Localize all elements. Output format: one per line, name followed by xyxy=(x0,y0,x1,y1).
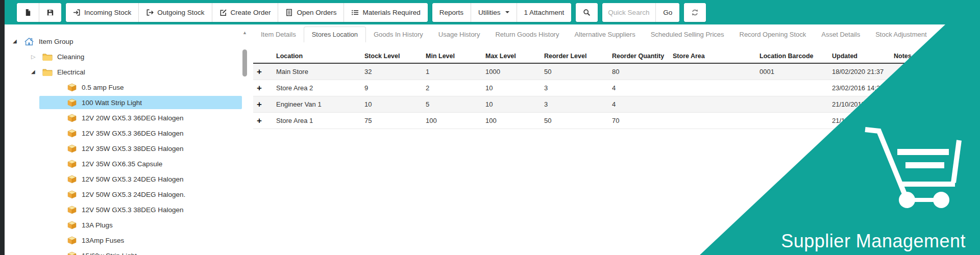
package-icon xyxy=(67,83,77,92)
table-row[interactable]: + Main Store 32 1 1000 50 80 0001 18/02/… xyxy=(253,64,980,80)
tree-item[interactable]: 12V 35W GX6.35 Capsule xyxy=(5,156,250,171)
reports-button[interactable]: Reports xyxy=(432,3,471,22)
scrollbar-up-arrow-icon[interactable]: ▲ xyxy=(241,29,249,37)
table-cell: 9 xyxy=(364,84,426,92)
tree-item[interactable]: 12V 35W GX5.3 36DEG Halogen xyxy=(5,125,250,141)
table-cell: Store Area 1 xyxy=(276,117,364,124)
expand-row-plus-icon[interactable]: + xyxy=(253,84,276,92)
column-header: Max Level xyxy=(485,53,544,60)
button-label: Materials Required xyxy=(362,9,420,16)
tree-item-selected[interactable]: 100 Watt Strip Light xyxy=(5,95,250,110)
table-cell: 75 xyxy=(364,117,426,124)
tree-item-label: 100 Watt Strip Light xyxy=(82,99,142,107)
column-header: Reorder Level xyxy=(544,53,612,60)
attachment-button[interactable]: 1 Attachment xyxy=(517,3,572,22)
tree-item[interactable]: 12V 35W GX5.3 38DEG Halogen xyxy=(5,141,250,156)
table-cell: 50 xyxy=(544,68,612,75)
table-cell: Store Area 2 xyxy=(276,84,364,92)
button-label: Outgoing Stock xyxy=(157,9,204,16)
tree-item-electrical[interactable]: ◢ Electrical xyxy=(5,64,250,80)
banner-title: Supplier Management xyxy=(781,231,966,252)
home-icon xyxy=(24,37,34,46)
package-icon xyxy=(67,144,77,153)
tree-item-label: 13Amp Fuses xyxy=(82,237,124,244)
tab-stores-location[interactable]: Stores Location xyxy=(304,27,366,42)
collapsed-caret-icon[interactable]: ▷ xyxy=(31,54,39,60)
package-icon xyxy=(67,129,77,138)
tab-usage-history[interactable]: Usage History xyxy=(431,27,488,42)
search-button[interactable] xyxy=(576,3,598,22)
new-button[interactable] xyxy=(17,3,39,22)
expand-row-plus-icon[interactable]: + xyxy=(253,100,276,109)
tree-item[interactable]: 0.5 amp Fuse xyxy=(5,80,250,95)
package-icon xyxy=(67,206,77,214)
scrollbar-thumb[interactable] xyxy=(242,49,247,76)
package-icon xyxy=(67,175,77,184)
tree-item-partial[interactable]: 15/60w Strip Light xyxy=(5,248,250,255)
column-header: Location Barcode xyxy=(760,53,832,60)
package-icon xyxy=(67,221,77,230)
tree-item[interactable]: 12V 20W GX5.3 36DEG Halogen xyxy=(5,110,250,125)
button-label: Utilities xyxy=(478,9,501,16)
column-header: Location xyxy=(276,53,364,60)
package-icon xyxy=(67,190,77,199)
incoming-arrow-icon xyxy=(73,9,81,16)
quick-search-input[interactable] xyxy=(602,3,655,22)
tree-item[interactable]: 12V 50W GX5.3 38DEG Halogen xyxy=(5,202,250,217)
open-orders-button[interactable]: Open Orders xyxy=(278,3,344,22)
main-toolbar: Incoming Stock Outgoing Stock Create Ord… xyxy=(0,0,980,24)
table-cell: 5 xyxy=(426,100,485,108)
file-button-group xyxy=(17,3,61,22)
tree-item[interactable]: 12V 50W GX5.3 24DEG Halogen xyxy=(5,171,250,187)
tab-record-opening-stock[interactable]: Record Opening Stock xyxy=(732,27,814,42)
refresh-button[interactable] xyxy=(684,3,706,22)
tree-item-item-group[interactable]: ◢ Item Group xyxy=(5,34,250,49)
detail-tabs: Item Details Stores Location Goods In Hi… xyxy=(253,27,980,42)
create-order-button[interactable]: Create Order xyxy=(212,3,279,22)
save-button[interactable] xyxy=(39,3,61,22)
save-icon xyxy=(46,9,54,16)
tab-alternative-suppliers[interactable]: Alternative Suppliers xyxy=(567,27,643,42)
tab-return-goods-history[interactable]: Return Goods History xyxy=(487,27,567,42)
tab-goods-in-history[interactable]: Goods In History xyxy=(366,27,431,42)
table-header-row: Location Stock Level Min Level Max Level… xyxy=(253,49,980,64)
tree-item[interactable]: 13Amp Fuses xyxy=(5,233,250,248)
utilities-dropdown-button[interactable]: Utilities xyxy=(471,3,517,22)
expanded-caret-icon[interactable]: ◢ xyxy=(13,39,21,44)
table-row[interactable]: + Store Area 2 9 2 10 3 4 23/02/2016 14:… xyxy=(253,80,980,96)
tree-item[interactable]: 12V 50W GX5.3 24DEG Halogen. xyxy=(5,187,250,202)
utility-button-group: Reports Utilities 1 Attachment xyxy=(432,3,572,22)
tab-stock-adjustment[interactable]: Stock Adjustment xyxy=(868,27,934,42)
expand-row-plus-icon[interactable]: + xyxy=(253,67,276,76)
search-icon xyxy=(583,9,591,16)
refresh-button-group xyxy=(684,3,706,22)
tree-item-cleaning[interactable]: ▷ Cleaning xyxy=(5,49,250,64)
tree-item-label: 0.5 amp Fuse xyxy=(82,84,124,91)
button-label: Incoming Stock xyxy=(84,9,131,16)
tree-scrollbar[interactable]: ▲ xyxy=(241,29,249,251)
tree-item-label: Electrical xyxy=(57,68,85,76)
tree-item[interactable]: 13A Plugs xyxy=(5,217,250,233)
tab-asset-details[interactable]: Asset Details xyxy=(814,27,868,42)
materials-required-button[interactable]: Materials Required xyxy=(344,3,427,22)
outgoing-stock-button[interactable]: Outgoing Stock xyxy=(139,3,212,22)
tree-item-label: 12V 50W GX5.3 24DEG Halogen xyxy=(82,175,184,183)
refresh-icon xyxy=(691,9,699,16)
tree-item-label: Cleaning xyxy=(57,53,84,61)
expanded-caret-icon[interactable]: ◢ xyxy=(31,69,39,74)
incoming-stock-button[interactable]: Incoming Stock xyxy=(66,3,139,22)
column-header: Updated xyxy=(832,53,894,60)
column-header: Reorder Quantity xyxy=(612,53,673,60)
outgoing-arrow-icon xyxy=(146,9,154,16)
tab-scheduled-selling-prices[interactable]: Scheduled Selling Prices xyxy=(643,27,732,42)
go-button[interactable]: Go xyxy=(655,3,679,22)
window-left-edge xyxy=(0,0,5,255)
folder-icon xyxy=(42,68,53,76)
expand-row-plus-icon[interactable]: + xyxy=(253,116,276,125)
materials-list-icon xyxy=(351,9,359,16)
table-cell: 4 xyxy=(612,100,673,108)
tab-item-details[interactable]: Item Details xyxy=(253,27,304,42)
tree-item-label: 12V 35W GX5.3 38DEG Halogen xyxy=(82,145,184,152)
table-cell: 100 xyxy=(426,117,485,124)
tree-item-label: 12V 35W GX6.35 Capsule xyxy=(82,160,162,168)
